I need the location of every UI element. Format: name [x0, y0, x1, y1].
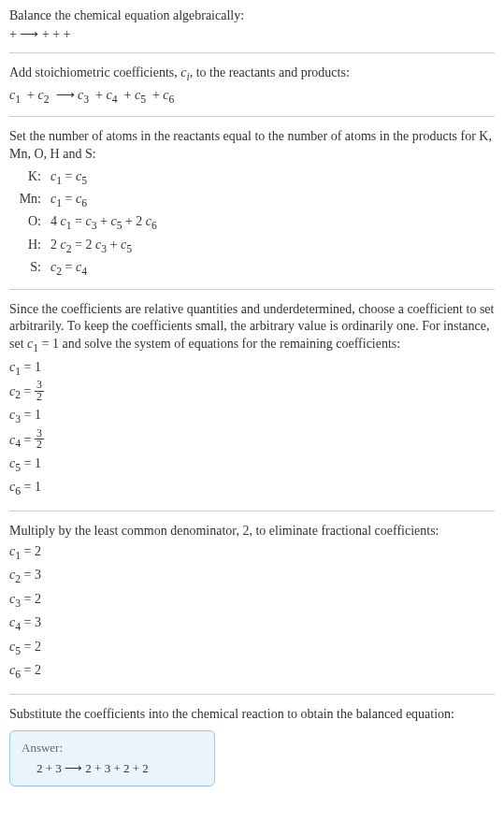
step4-text: Multiply by the least common denominator… — [9, 523, 495, 540]
atom-row-k: K: c1 = c5 — [17, 166, 495, 189]
answer-box: Answer: 2 + 3 ⟶ 2 + 3 + 2 + 2 — [9, 730, 215, 786]
coef2-c6: c6 = 2 — [9, 660, 495, 684]
coef-c5: c5 = 1 — [9, 454, 495, 477]
answer-equation: 2 + 3 ⟶ 2 + 3 + 2 + 2 — [22, 761, 203, 776]
coef2-c4: c4 = 3 — [9, 612, 495, 636]
atom-eq-s: c2 = c4 — [47, 257, 87, 280]
coef-c2: c2 = 32 — [9, 381, 495, 405]
divider-5 — [9, 694, 495, 695]
coef2-c5: c5 = 2 — [9, 637, 495, 660]
atom-label-s: S: — [17, 257, 47, 280]
atom-eq-mn: c1 = c6 — [47, 189, 87, 211]
coef-c1: c1 = 1 — [9, 357, 495, 381]
atom-eq-o: 4 c1 = c3 + c5 + 2 c6 — [47, 211, 157, 234]
atom-row-o: O: 4 c1 = c3 + c5 + 2 c6 — [17, 211, 495, 234]
divider-4 — [9, 511, 495, 511]
step1-text: Add stoichiometric coefficients, ci, to … — [9, 65, 495, 84]
atom-label-h: H: — [17, 235, 47, 257]
atom-eq-k: c1 = c5 — [47, 166, 87, 189]
step1-equation: c1 + c2 ⟶ c3 + c4 + c5 + c6 — [9, 86, 495, 107]
atom-label-mn: Mn: — [17, 189, 47, 211]
step1-section: Add stoichiometric coefficients, ci, to … — [9, 65, 495, 107]
step5-section: Substitute the coefficients into the che… — [9, 706, 495, 786]
coef-c6: c6 = 1 — [9, 477, 495, 500]
intro-line1: Balance the chemical equation algebraica… — [9, 7, 495, 24]
atom-row-mn: Mn: c1 = c6 — [17, 189, 495, 211]
answer-label: Answer: — [22, 741, 203, 756]
step2-section: Set the number of atoms in the reactants… — [9, 128, 495, 280]
step5-text: Substitute the coefficients into the che… — [9, 706, 495, 723]
coef2-c1: c1 = 2 — [9, 541, 495, 565]
atom-label-o: O: — [17, 211, 47, 234]
coef-list-4: c1 = 2 c2 = 3 c3 = 2 c4 = 3 c5 = 2 c6 = … — [9, 541, 495, 684]
atom-eq-h: 2 c2 = 2 c3 + c5 — [47, 235, 132, 257]
intro-line2: + ⟶ + + + — [9, 26, 495, 43]
intro-section: Balance the chemical equation algebraica… — [9, 7, 495, 43]
step3-section: Since the coefficients are relative quan… — [9, 301, 495, 500]
coef-c3: c3 = 1 — [9, 405, 495, 428]
coef-list-3: c1 = 1 c2 = 32 c3 = 1 c4 = 32 c5 = 1 c6 … — [9, 357, 495, 501]
atom-label-k: K: — [17, 166, 47, 189]
coef2-c3: c3 = 2 — [9, 589, 495, 612]
step3-text: Since the coefficients are relative quan… — [9, 301, 495, 354]
divider-1 — [9, 52, 495, 53]
atom-equations: K: c1 = c5 Mn: c1 = c6 O: 4 c1 = c3 + c5… — [17, 166, 495, 280]
coef-c4: c4 = 32 — [9, 429, 495, 454]
step4-section: Multiply by the least common denominator… — [9, 523, 495, 684]
divider-2 — [9, 116, 495, 117]
step2-text: Set the number of atoms in the reactants… — [9, 128, 495, 162]
atom-row-h: H: 2 c2 = 2 c3 + c5 — [17, 235, 495, 257]
divider-3 — [9, 289, 495, 290]
coef2-c2: c2 = 3 — [9, 565, 495, 588]
atom-row-s: S: c2 = c4 — [17, 257, 495, 280]
